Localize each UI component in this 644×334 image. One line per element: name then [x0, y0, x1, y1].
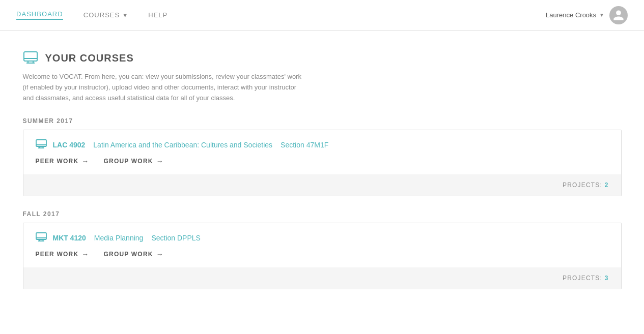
page-title: YOUR COURSES: [45, 52, 134, 64]
nav-left: DASHBOARD COURSES ▼ HELP: [16, 10, 167, 20]
course-name: Latin America and the Caribbean: Culture…: [93, 141, 272, 149]
projects-count: PROJECTS: 3: [563, 275, 609, 282]
course-actions: PEER WORK→GROUP WORK→: [36, 250, 609, 258]
page-header: YOUR COURSES: [23, 51, 622, 66]
course-section: Section 47M1F: [281, 141, 328, 149]
course-footer: PROJECTS: 2: [23, 174, 621, 196]
semester-1: FALL 2017 MKT 4120Media PlanningSection …: [23, 210, 622, 289]
course-section: Section DPPLS: [151, 234, 201, 242]
nav-help[interactable]: HELP: [148, 11, 167, 19]
nav-courses-label: COURSES: [83, 11, 120, 19]
course-name: Media Planning: [94, 234, 144, 242]
page-description: Welcome to VOCAT. From here, you can: vi…: [23, 72, 303, 103]
course-footer: PROJECTS: 3: [23, 267, 621, 289]
group-work-label: GROUP WORK: [104, 251, 153, 258]
main-content: YOUR COURSES Welcome to VOCAT. From here…: [7, 31, 638, 324]
peer-work-arrow-icon: →: [81, 250, 89, 258]
peer-work-link[interactable]: PEER WORK→: [36, 250, 90, 258]
projects-number: 2: [605, 181, 609, 189]
svg-rect-5: [36, 140, 46, 146]
nav-dashboard[interactable]: DASHBOARD: [16, 10, 63, 20]
group-work-link[interactable]: GROUP WORK→: [104, 250, 164, 258]
user-name: Laurence Crooks: [546, 11, 596, 19]
peer-work-arrow-icon: →: [81, 157, 89, 165]
user-chevron-icon: ▼: [599, 12, 604, 18]
course-info-row: LAC 4902Latin America and the Caribbean:…: [36, 139, 609, 150]
nav-right: Laurence Crooks ▼: [546, 6, 628, 24]
svg-rect-0: [24, 52, 37, 61]
course-card-1-0: MKT 4120Media PlanningSection DPPLSPEER …: [23, 223, 622, 289]
projects-count: PROJECTS: 2: [563, 181, 609, 189]
semesters-container: SUMMER 2017 LAC 4902Latin America and th…: [23, 117, 622, 289]
course-code: LAC 4902: [53, 141, 86, 149]
courses-icon: [23, 51, 38, 66]
semester-label: FALL 2017: [23, 210, 622, 218]
course-actions: PEER WORK→GROUP WORK→: [36, 157, 609, 165]
course-card-0-0: LAC 4902Latin America and the Caribbean:…: [23, 130, 622, 196]
avatar[interactable]: [609, 6, 628, 24]
group-work-label: GROUP WORK: [104, 158, 153, 165]
peer-work-link[interactable]: PEER WORK→: [36, 157, 90, 165]
peer-work-label: PEER WORK: [36, 158, 79, 165]
semester-0: SUMMER 2017 LAC 4902Latin America and th…: [23, 117, 622, 196]
course-main-area: LAC 4902Latin America and the Caribbean:…: [23, 130, 621, 174]
course-code: MKT 4120: [53, 234, 86, 242]
group-work-link[interactable]: GROUP WORK→: [104, 157, 164, 165]
course-monitor-icon: [36, 139, 47, 150]
peer-work-label: PEER WORK: [36, 251, 79, 258]
course-monitor-icon: [36, 232, 47, 243]
navbar: DASHBOARD COURSES ▼ HELP Laurence Crooks…: [0, 0, 644, 31]
group-work-arrow-icon: →: [156, 250, 164, 258]
group-work-arrow-icon: →: [156, 157, 164, 165]
course-main-area: MKT 4120Media PlanningSection DPPLSPEER …: [23, 223, 621, 267]
course-info-row: MKT 4120Media PlanningSection DPPLS: [36, 232, 609, 243]
user-menu[interactable]: Laurence Crooks ▼: [546, 11, 604, 19]
projects-number: 3: [605, 275, 609, 282]
nav-courses-dropdown[interactable]: COURSES ▼: [83, 11, 128, 19]
avatar-icon: [612, 9, 625, 21]
monitor-icon: [23, 51, 38, 64]
chevron-down-icon: ▼: [122, 12, 128, 18]
semester-label: SUMMER 2017: [23, 117, 622, 125]
svg-rect-10: [36, 233, 46, 239]
